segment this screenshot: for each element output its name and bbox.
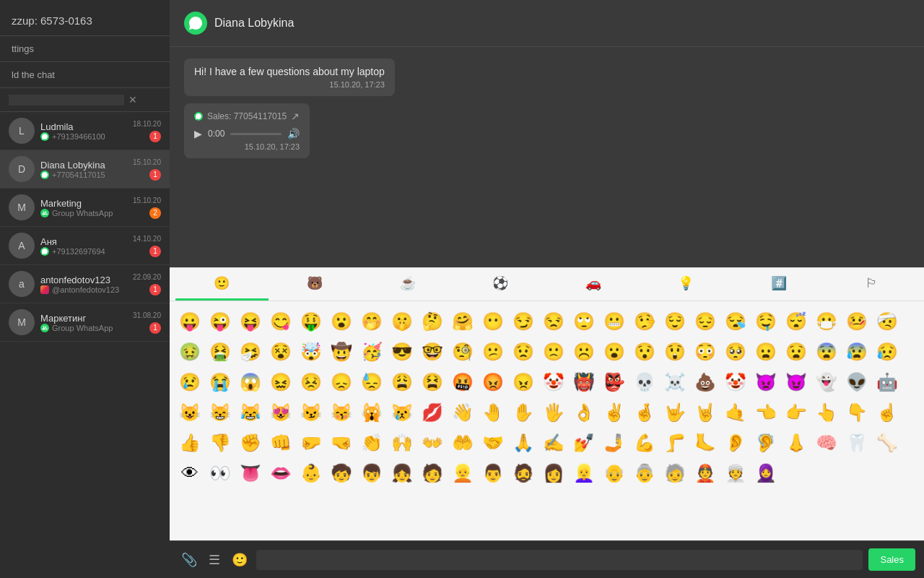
- emoji-item[interactable]: 🤝: [479, 428, 507, 457]
- emoji-item[interactable]: 💅: [570, 428, 598, 457]
- emoji-item[interactable]: 👿: [751, 368, 780, 397]
- emoji-item[interactable]: 👶: [297, 459, 326, 488]
- emoji-item[interactable]: ✌️: [600, 398, 629, 427]
- emoji-item[interactable]: 😩: [388, 368, 417, 397]
- emoji-item[interactable]: 🙁: [539, 337, 568, 366]
- chat-item[interactable]: a antonfedotov123 @antonfedotov123 22.09…: [0, 265, 170, 303]
- emoji-item[interactable]: 🤥: [630, 307, 659, 336]
- emoji-item[interactable]: 😋: [266, 307, 295, 336]
- emoji-item[interactable]: 🦵: [661, 428, 689, 457]
- emoji-item[interactable]: 😫: [418, 368, 447, 397]
- emoji-item[interactable]: 👎: [206, 428, 235, 457]
- emoji-item[interactable]: ☹️: [570, 337, 598, 366]
- emoji-item[interactable]: 💋: [418, 398, 447, 427]
- emoji-item[interactable]: 👽: [842, 368, 871, 397]
- emoji-tab-activities[interactable]: ⚽: [454, 268, 547, 301]
- sidebar-add-chat[interactable]: ld the chat: [0, 62, 170, 88]
- list-icon[interactable]: ☰: [206, 549, 223, 571]
- play-button[interactable]: ▶: [194, 128, 202, 139]
- forward-icon[interactable]: ↗: [291, 111, 300, 122]
- emoji-tab-food[interactable]: ☕: [361, 268, 454, 301]
- emoji-item[interactable]: 🤔: [418, 307, 447, 336]
- emoji-item[interactable]: 👻: [812, 368, 841, 397]
- emoji-item[interactable]: 🤟: [661, 398, 689, 427]
- emoji-item[interactable]: ☝️: [873, 398, 902, 427]
- emoji-item[interactable]: 💪: [630, 428, 659, 457]
- emoji-tab-flags[interactable]: 🏳: [825, 269, 918, 301]
- emoji-item[interactable]: 🤳: [600, 428, 629, 457]
- emoji-item[interactable]: 🥺: [721, 337, 750, 366]
- chat-item[interactable]: А Аня +79132697694 14.10.20 1: [0, 227, 170, 265]
- emoji-item[interactable]: 🤡: [539, 368, 568, 397]
- emoji-item[interactable]: 😳: [691, 337, 720, 366]
- emoji-tab-objects[interactable]: 💡: [640, 268, 733, 301]
- emoji-item[interactable]: 👩: [539, 459, 568, 488]
- emoji-item[interactable]: ✊: [236, 428, 265, 457]
- search-input[interactable]: [9, 95, 124, 105]
- emoji-item[interactable]: 💀: [630, 368, 659, 397]
- emoji-item[interactable]: 🤠: [327, 337, 356, 366]
- emoji-item[interactable]: 🤯: [297, 337, 326, 366]
- emoji-item[interactable]: 👨: [479, 459, 507, 488]
- emoji-item[interactable]: 😸: [206, 398, 235, 427]
- emoji-item[interactable]: 👉: [782, 398, 811, 427]
- emoji-item[interactable]: 😲: [661, 337, 689, 366]
- attach-icon[interactable]: 📎: [178, 549, 200, 571]
- emoji-tab-smileys[interactable]: 🙂: [175, 268, 269, 301]
- emoji-item[interactable]: 👄: [266, 459, 295, 488]
- emoji-item[interactable]: 🙏: [509, 428, 538, 457]
- emoji-item[interactable]: 😶: [479, 307, 507, 336]
- emoji-item[interactable]: 🤮: [206, 337, 235, 366]
- emoji-item[interactable]: 🧐: [448, 337, 477, 366]
- emoji-item[interactable]: 👃: [782, 428, 811, 457]
- emoji-item[interactable]: 🙀: [357, 398, 386, 427]
- emoji-item[interactable]: 🤢: [175, 337, 204, 366]
- emoji-item[interactable]: 😯: [630, 337, 659, 366]
- emoji-item[interactable]: ☠️: [661, 368, 689, 397]
- emoji-item[interactable]: 😺: [175, 398, 204, 427]
- emoji-item[interactable]: 👏: [357, 428, 386, 457]
- emoji-item[interactable]: 👆: [812, 398, 841, 427]
- emoji-tab-travel[interactable]: 🚗: [547, 268, 640, 301]
- emoji-tab-animals[interactable]: 🐻: [269, 268, 362, 301]
- emoji-item[interactable]: 🧔: [509, 459, 538, 488]
- emoji-item[interactable]: 😨: [812, 337, 841, 366]
- emoji-item[interactable]: 🖐: [539, 398, 568, 427]
- emoji-item[interactable]: 🤞: [630, 398, 659, 427]
- emoji-item[interactable]: ✍️: [539, 428, 568, 457]
- emoji-item[interactable]: 😣: [297, 368, 326, 397]
- emoji-item[interactable]: 🤧: [236, 337, 265, 366]
- emoji-item[interactable]: 🤓: [418, 337, 447, 366]
- emoji-item[interactable]: 🦶: [691, 428, 720, 457]
- emoji-tab-symbols[interactable]: #️⃣: [733, 268, 826, 301]
- emoji-item[interactable]: 👦: [357, 459, 386, 488]
- emoji-item[interactable]: 😼: [297, 398, 326, 427]
- emoji-item[interactable]: 🧓: [661, 459, 689, 488]
- emoji-item[interactable]: 👍: [175, 428, 204, 457]
- emoji-item[interactable]: 😵: [266, 337, 295, 366]
- emoji-item[interactable]: 😮: [600, 337, 629, 366]
- chat-item[interactable]: L Ludmila +79139466100 18.10.20 1: [0, 112, 170, 150]
- emoji-item[interactable]: 😦: [751, 337, 780, 366]
- emoji-item[interactable]: 👀: [206, 459, 235, 488]
- emoji-item[interactable]: 😱: [236, 368, 265, 397]
- emoji-item[interactable]: 🦷: [842, 428, 871, 457]
- emoji-item[interactable]: 🤑: [297, 307, 326, 336]
- emoji-item[interactable]: 😥: [873, 337, 902, 366]
- emoji-item[interactable]: 😻: [266, 398, 295, 427]
- emoji-item[interactable]: 🥳: [357, 337, 386, 366]
- emoji-item[interactable]: 😈: [782, 368, 811, 397]
- emoji-item[interactable]: 🤜: [327, 428, 356, 457]
- emoji-item[interactable]: 🦴: [873, 428, 902, 457]
- clear-search-icon[interactable]: ✕: [128, 94, 137, 105]
- emoji-item[interactable]: 👐: [418, 428, 447, 457]
- emoji-item[interactable]: 😢: [175, 368, 204, 397]
- volume-icon[interactable]: 🔊: [287, 128, 300, 139]
- emoji-item[interactable]: 🤚: [479, 398, 507, 427]
- emoji-item[interactable]: 😓: [357, 368, 386, 397]
- emoji-item[interactable]: 😧: [782, 337, 811, 366]
- emoji-item[interactable]: 😏: [509, 307, 538, 336]
- emoji-item[interactable]: 😷: [812, 307, 841, 336]
- emoji-item[interactable]: 🤖: [873, 368, 902, 397]
- emoji-item[interactable]: 👧: [388, 459, 417, 488]
